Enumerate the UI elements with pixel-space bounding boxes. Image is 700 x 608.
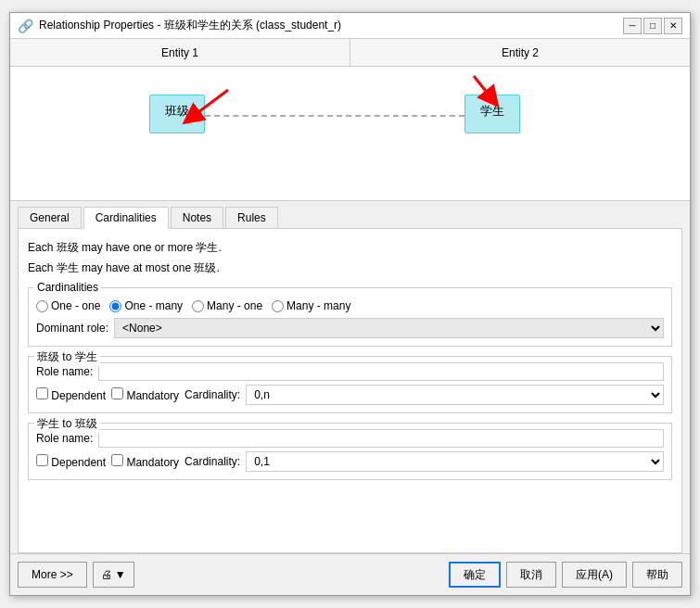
section1-dependent-checkbox[interactable] <box>36 387 48 399</box>
entity-diagram-area: Entity 1 Entity 2 班级 学生 <box>10 39 690 201</box>
content-area: Each 班级 may have one or more 学生. Each 学生… <box>18 228 682 553</box>
radio-one-one[interactable]: One - one <box>36 299 100 312</box>
print-button[interactable]: 🖨 ▼ <box>93 562 134 588</box>
cardinalities-group: Cardinalities One - one One - many Many … <box>28 287 672 347</box>
confirm-button[interactable]: 确定 <box>449 562 501 588</box>
entity-canvas: 班级 学生 <box>10 67 690 200</box>
bottom-bar: More >> 🖨 ▼ 确定 取消 应用(A) 帮助 <box>10 553 690 595</box>
help-button[interactable]: 帮助 <box>632 562 682 588</box>
section2-mandatory-label[interactable]: Mandatory <box>111 454 179 469</box>
section2-mandatory-checkbox[interactable] <box>111 454 123 466</box>
entity1-header: Entity 1 <box>10 39 350 66</box>
main-window: 🔗 Relationship Properties - 班级和学生的关系 (cl… <box>9 12 691 596</box>
radio-many-many[interactable]: Many - many <box>272 299 350 312</box>
tab-rules[interactable]: Rules <box>225 207 278 228</box>
titlebar: 🔗 Relationship Properties - 班级和学生的关系 (cl… <box>10 13 690 39</box>
close-button[interactable]: ✕ <box>664 18 682 34</box>
section2-group: 学生 to 班级 Role name: Dependent Mandatory … <box>28 423 672 480</box>
section2-check-row: Dependent Mandatory Cardinality: 0,1 1,1… <box>36 451 664 472</box>
radio-many-one-input[interactable] <box>192 300 204 312</box>
titlebar-left: 🔗 Relationship Properties - 班级和学生的关系 (cl… <box>18 18 341 33</box>
titlebar-buttons: ─ □ ✕ <box>623 18 682 34</box>
section2-role-label: Role name: <box>36 432 93 445</box>
radio-row: One - one One - many Many - one Many - m… <box>36 299 664 312</box>
entity1-label: 班级 <box>165 104 189 118</box>
section2-cardinality-select[interactable]: 0,1 1,1 0,n 1,n <box>246 451 664 472</box>
section2-cardinality-label: Cardinality: <box>185 455 240 468</box>
radio-one-one-input[interactable] <box>36 300 48 312</box>
dominant-label: Dominant role: <box>36 322 108 335</box>
radio-many-many-input[interactable] <box>272 300 284 312</box>
radio-one-many-input[interactable] <box>109 300 121 312</box>
section2-dependent-label[interactable]: Dependent <box>36 454 106 469</box>
section1-title: 班级 to 学生 <box>34 349 100 365</box>
section1-group: 班级 to 学生 Role name: Dependent Mandatory … <box>28 356 672 413</box>
tab-general[interactable]: General <box>18 207 82 228</box>
print-icon: 🖨 <box>101 568 112 581</box>
section2-role-input[interactable] <box>98 429 664 448</box>
arrows-svg <box>10 67 690 200</box>
section1-mandatory-checkbox[interactable] <box>111 387 123 399</box>
dominant-row: Dominant role: <None> <box>36 318 664 338</box>
section1-dependent-label[interactable]: Dependent <box>36 387 106 402</box>
tab-notes[interactable]: Notes <box>171 207 223 228</box>
entity-headers: Entity 1 Entity 2 <box>10 39 690 67</box>
radio-one-many[interactable]: One - many <box>109 299 183 312</box>
section2-dependent-checkbox[interactable] <box>36 454 48 466</box>
window-icon: 🔗 <box>18 19 33 33</box>
section1-role-label: Role name: <box>36 365 93 378</box>
entity2-header: Entity 2 <box>350 39 690 66</box>
section2-title: 学生 to 班级 <box>34 416 100 432</box>
maximize-button[interactable]: □ <box>643 18 662 34</box>
entity2-box: 学生 <box>465 95 520 133</box>
connector-line <box>205 115 465 117</box>
window-title: Relationship Properties - 班级和学生的关系 (clas… <box>39 18 341 33</box>
minimize-button[interactable]: ─ <box>623 18 642 34</box>
entity2-label: 学生 <box>480 104 504 118</box>
description-line2: Each 学生 may have at most one 班级. <box>28 259 672 279</box>
cancel-button[interactable]: 取消 <box>506 562 556 588</box>
entity1-box: 班级 <box>149 95 205 133</box>
dominant-select[interactable]: <None> <box>114 318 664 338</box>
section1-role-input[interactable] <box>98 362 664 381</box>
radio-many-one[interactable]: Many - one <box>192 299 262 312</box>
section1-role-row: Role name: <box>36 362 664 381</box>
tab-cardinalities[interactable]: Cardinalities <box>83 207 169 229</box>
description-text: Each 班级 may have one or more 学生. Each 学生… <box>28 238 672 278</box>
section2-role-row: Role name: <box>36 429 664 448</box>
section1-check-row: Dependent Mandatory Cardinality: 0,n 1,n… <box>36 385 664 405</box>
section1-mandatory-label[interactable]: Mandatory <box>111 387 179 402</box>
cardinalities-label: Cardinalities <box>34 281 101 294</box>
tabs-area: General Cardinalities Notes Rules <box>10 201 690 228</box>
section1-cardinality-select[interactable]: 0,n 1,n 0,1 1,1 <box>246 385 664 405</box>
apply-button[interactable]: 应用(A) <box>562 562 627 588</box>
more-button[interactable]: More >> <box>18 562 87 588</box>
print-dropdown-icon: ▼ <box>115 568 126 581</box>
description-line1: Each 班级 may have one or more 学生. <box>28 238 672 259</box>
section1-cardinality-label: Cardinality: <box>185 388 240 401</box>
